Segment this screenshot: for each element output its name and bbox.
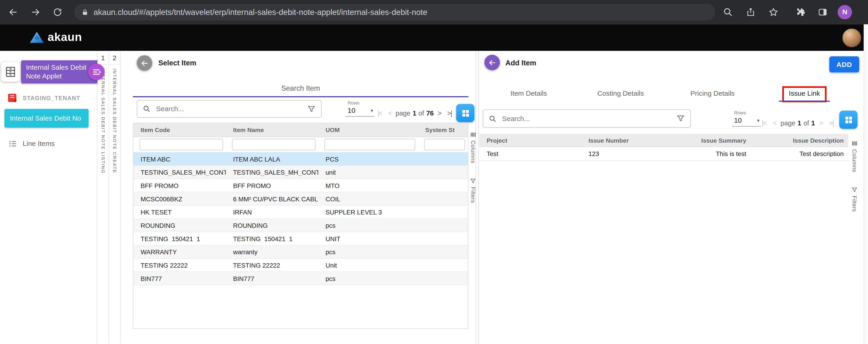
add-button[interactable]: ADD [829, 56, 859, 72]
address-bar[interactable]: akaun.cloud/#/applets/tnt/wavelet/erp/in… [74, 4, 715, 21]
cell-uom: Unit [318, 262, 418, 269]
browser-reload-icon[interactable] [51, 5, 64, 19]
rows-select[interactable]: 10 ▾ [732, 115, 761, 127]
cell-uom: PCS [318, 156, 418, 162]
tenant-icon [7, 92, 18, 103]
next-page-icon[interactable]: > [435, 109, 444, 117]
tenant-name: STAGING_TENANT [23, 95, 81, 101]
cell-uom: pcs [318, 275, 418, 282]
filter-input-item-code[interactable] [140, 139, 223, 150]
tab-pricing-details[interactable]: Pricing Details [666, 84, 758, 102]
table-header: Item Code Item Name UOM System St [133, 123, 468, 137]
columns-icon [470, 132, 476, 138]
rows-select[interactable]: 10 ▾ [345, 106, 374, 117]
back-button[interactable] [137, 55, 152, 71]
cell-item-name: warranty [226, 248, 318, 255]
grid-view-button[interactable] [839, 111, 858, 129]
browser-toolbar: akaun.cloud/#/applets/tnt/wavelet/erp/in… [0, 0, 868, 24]
step-strip[interactable]: 2 INTERNAL SALES DEBIT NOTE CREATE [109, 51, 121, 344]
tab-costing-details[interactable]: Costing Details [575, 84, 666, 102]
cell-uom: pcs [318, 248, 418, 255]
table-row[interactable]: BFF PROMO BFF PROMO MTO [133, 179, 468, 192]
tab-item-details[interactable]: Item Details [483, 84, 575, 102]
issue-table-body: Test 123 This is test Test description [479, 147, 848, 161]
playlist-menu-icon [92, 67, 101, 77]
table-row[interactable]: ITEM ABC ITEM ABC LALA PCS [133, 152, 468, 166]
grid-view-button[interactable] [456, 104, 474, 122]
cell-item-code: TESTING 22222 [133, 262, 226, 269]
last-page-icon[interactable]: >| [827, 119, 836, 127]
step-label: INTERNAL SALES DEBIT NOTE LISTING [100, 69, 105, 174]
prev-page-icon[interactable]: < [385, 109, 394, 117]
user-avatar[interactable] [842, 28, 861, 48]
filter-icon [851, 186, 858, 193]
table-row[interactable]: ROUNDING ROUNDING pcs [133, 219, 468, 232]
sidebar-item-tenant[interactable]: STAGING_TENANT [7, 92, 80, 103]
table-row[interactable]: MCSC006BKZ 6 MM² CU/PVC BLACK CABLE 1...… [133, 192, 468, 206]
column-header: UOM [318, 127, 418, 133]
first-page-icon[interactable]: |< [760, 119, 768, 127]
table-row[interactable]: BIN777 BIN777 pcs [133, 272, 468, 285]
cell-item-name: IRFAN [226, 209, 318, 215]
extensions-icon[interactable] [794, 5, 807, 19]
panel-divider[interactable] [475, 51, 479, 344]
applet-icon[interactable] [1, 62, 20, 82]
tab-issue-link[interactable]: Issue Link [758, 84, 850, 102]
zoom-icon[interactable] [721, 5, 735, 19]
pagination: |< < page 1 of 76 > >| [375, 108, 454, 118]
table-row[interactable]: Test 123 This is test Test description [479, 147, 848, 161]
step-strip[interactable]: 1 INTERNAL SALES DEBIT NOTE LISTING [97, 51, 109, 344]
cell-uom: UNIT [318, 235, 418, 242]
akaun-logo: akaun [30, 30, 82, 44]
first-page-icon[interactable]: |< [375, 109, 384, 117]
cell-item-code: WARRANTY [133, 248, 226, 255]
sidebar-item-internal-sales-debit-note[interactable]: Internal Sales Debit No [4, 109, 89, 128]
columns-toggle[interactable]: Columns [851, 140, 858, 172]
last-page-icon[interactable]: >| [445, 109, 454, 117]
table-row[interactable]: TESTING 22222 TESTING 22222 Unit [133, 259, 468, 272]
page-scrollbar[interactable] [864, 24, 868, 344]
column-header: Item Name [226, 127, 318, 133]
next-page-icon[interactable]: > [817, 119, 825, 127]
back-button[interactable] [484, 55, 500, 70]
filters-toggle[interactable]: Filters [470, 178, 476, 203]
cell-item-name: TESTING_150421_1 [226, 235, 318, 242]
add-item-panel: Add Item ADD Item Details Costing Detail… [479, 51, 868, 344]
sidebar-item-line-items[interactable]: Line Items [8, 139, 55, 148]
filter-input-item-name[interactable] [232, 139, 316, 150]
table-row[interactable]: HK TESET IRFAN SUPPLER LEVEL 3 [133, 206, 468, 219]
search-input[interactable] [501, 114, 672, 123]
bookmark-star-icon[interactable] [767, 5, 780, 19]
table-row[interactable]: TESTING_SALES_MH_CONTRACT TESTING_SALES_… [133, 166, 468, 179]
cell-project: Test [479, 150, 581, 157]
filters-toggle[interactable]: Filters [851, 186, 858, 212]
prev-page-icon[interactable]: < [770, 119, 779, 127]
cell-item-name: BIN777 [226, 275, 318, 282]
filter-icon[interactable] [677, 114, 685, 123]
filter-icon[interactable] [307, 105, 315, 113]
lock-icon [81, 8, 89, 16]
table-row[interactable]: TESTING_150421_1 TESTING_150421_1 UNIT [133, 232, 468, 245]
search-input[interactable] [155, 104, 303, 113]
browser-profile-avatar[interactable]: N [838, 5, 852, 19]
applet-menu-button[interactable] [88, 64, 104, 80]
filter-input-uom[interactable] [324, 139, 415, 150]
filter-input-system-status[interactable] [424, 139, 465, 150]
browser-forward-icon[interactable] [29, 5, 42, 19]
side-panel-icon[interactable] [816, 5, 829, 19]
table-row[interactable]: WARRANTY warranty pcs [133, 245, 468, 259]
cell-uom: MTO [318, 182, 418, 189]
tab-search-item[interactable]: Search Item [281, 84, 320, 92]
share-icon[interactable] [744, 5, 757, 19]
url-text: akaun.cloud/#/applets/tnt/wavelet/erp/in… [94, 8, 428, 16]
tab-label: Pricing Details [690, 90, 735, 97]
search-icon [143, 105, 151, 113]
table-filter-row [133, 137, 468, 152]
app-header: akaun [0, 24, 868, 51]
browser-back-icon[interactable] [7, 5, 20, 19]
page-indicator: page 1 of 76 [396, 109, 434, 117]
cell-uom: unit [318, 169, 418, 176]
cell-item-name: ROUNDING [226, 222, 318, 229]
columns-toggle[interactable]: Columns [470, 132, 476, 163]
rows-label: Rows [734, 110, 761, 115]
